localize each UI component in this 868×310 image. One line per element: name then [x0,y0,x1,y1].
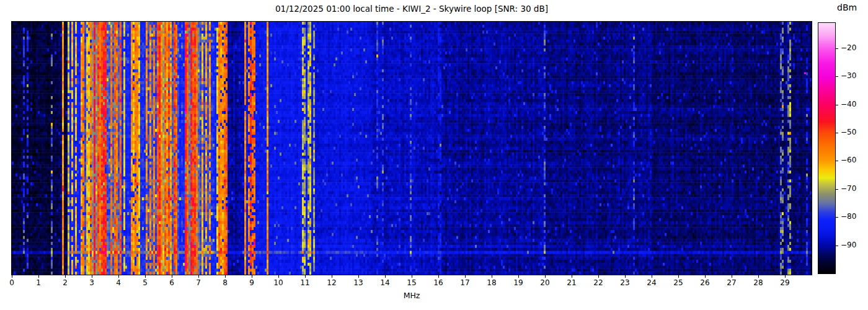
colorbar-tick-mark [835,189,838,190]
x-tick-mark [438,275,439,278]
x-tick-mark [385,275,386,278]
x-tick-mark [118,275,119,278]
colorbar-tick-label: −80 [841,212,856,221]
colorbar-unit-label: dBm [837,2,857,12]
colorbar-tick-label: −20 [841,43,856,52]
x-tick-mark [785,275,786,278]
plot-title: 01/12/2025 01:00 local time - KIWI_2 - S… [11,4,812,14]
colorbar-tick-mark [835,217,838,218]
x-tick-mark [172,275,172,278]
x-tick-mark [678,275,679,278]
x-tick-label: 24 [642,278,661,287]
colorbar-tick-label: −60 [841,156,856,164]
x-tick-mark [358,275,359,278]
x-tick-label: 9 [242,278,261,287]
x-tick-mark [492,275,492,278]
x-tick-mark [65,275,66,278]
x-tick-mark [412,275,412,278]
colorbar-tick-mark [835,76,838,77]
x-tick-mark [625,275,626,278]
x-tick-label: 6 [162,278,181,287]
x-tick-label: 28 [749,278,768,287]
x-tick-mark [545,275,546,278]
x-tick-mark [225,275,226,278]
colorbar-tick-mark [835,105,838,105]
colorbar-tick-label: −30 [841,71,856,80]
x-tick-label: 25 [669,278,688,287]
colorbar-tick-label: −90 [841,241,856,249]
x-tick-label: 3 [82,278,101,287]
x-tick-label: 4 [109,278,128,287]
x-tick-label: 23 [616,278,634,287]
x-tick-mark [332,275,332,278]
x-tick-label: 29 [776,278,794,287]
x-tick-mark [465,275,466,278]
colorbar-tick-mark [835,161,838,161]
colorbar-tick-mark [835,133,838,133]
x-tick-label: 21 [562,278,581,287]
x-tick-mark [758,275,759,278]
x-tick-mark [652,275,652,278]
x-tick-mark [572,275,572,278]
x-axis-label: MHz [11,291,812,300]
x-tick-mark [198,275,199,278]
x-tick-label: 18 [482,278,501,287]
x-tick-label: 19 [509,278,528,287]
x-tick-mark [145,275,146,278]
colorbar-tick-label: −50 [841,128,856,136]
x-tick-label: 15 [402,278,421,287]
x-tick-label: 20 [536,278,554,287]
x-tick-mark [305,275,306,278]
x-tick-label: 17 [456,278,474,287]
x-tick-label: 11 [296,278,314,287]
colorbar-tick-label: −70 [841,184,856,193]
x-tick-label: 27 [722,278,741,287]
x-tick-label: 14 [376,278,394,287]
x-tick-label: 1 [29,278,48,287]
x-tick-mark [12,275,12,278]
x-tick-label: 8 [216,278,234,287]
x-tick-mark [518,275,519,278]
x-tick-label: 12 [322,278,341,287]
colorbar-gradient [818,22,836,274]
x-tick-mark [598,275,599,278]
x-tick-label: 7 [189,278,208,287]
x-tick-mark [38,275,39,278]
colorbar-tick-mark [835,246,838,246]
x-tick-mark [92,275,92,278]
x-tick-label: 5 [136,278,154,287]
x-tick-mark [705,275,706,278]
x-tick-label: 13 [349,278,368,287]
x-tick-mark [732,275,732,278]
x-tick-mark [278,275,279,278]
x-tick-label: 10 [269,278,288,287]
colorbar-tick-mark [835,48,838,49]
spectrogram-figure: 01/12/2025 01:00 local time - KIWI_2 - S… [0,0,868,310]
x-tick-label: 16 [429,278,448,287]
x-tick-label: 2 [56,278,74,287]
x-tick-label: 26 [696,278,714,287]
x-tick-label: 22 [589,278,608,287]
x-tick-label: 0 [2,278,21,287]
colorbar-tick-label: −40 [841,100,856,108]
waterfall-heatmap [11,21,812,275]
x-tick-mark [252,275,252,278]
